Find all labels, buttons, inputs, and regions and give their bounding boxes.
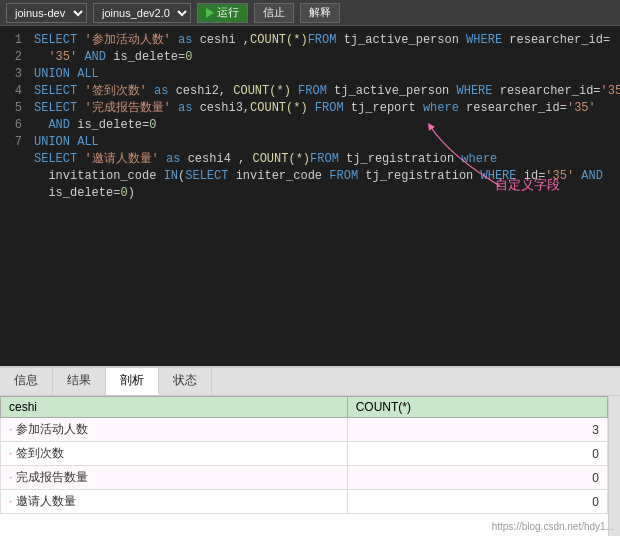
results-table-wrap[interactable]: ceshi COUNT(*) ·参加活动人数 3 ·签到次数: [0, 396, 608, 536]
explain-button[interactable]: 解释: [300, 3, 340, 23]
bottom-wrapper: ceshi COUNT(*) ·参加活动人数 3 ·签到次数: [0, 396, 620, 536]
scrollbar-right[interactable]: [608, 396, 620, 536]
toolbar: joinus-dev joinus_dev2.0 运行 信止 解释: [0, 0, 620, 26]
line-numbers: 1 2 3 4 5 6 7: [0, 26, 30, 366]
results-table: ceshi COUNT(*) ·参加活动人数 3 ·签到次数: [0, 396, 608, 514]
row4-col1: ·邀请人数量: [1, 490, 348, 514]
editor-wrapper: SELECT '参加活动人数' as ceshi ,COUNT(*)FROM t…: [30, 26, 620, 366]
row4-col2: 0: [347, 490, 607, 514]
run-label: 运行: [217, 5, 239, 20]
col-header-ceshi: ceshi: [1, 397, 348, 418]
tab-info[interactable]: 信息: [0, 368, 53, 395]
row3-col2: 0: [347, 466, 607, 490]
row1-col1: ·参加活动人数: [1, 418, 348, 442]
row2-col1: ·签到次数: [1, 442, 348, 466]
tab-profiling[interactable]: 剖析: [106, 368, 159, 395]
stop-button[interactable]: 信止: [254, 3, 294, 23]
tab-status[interactable]: 状态: [159, 368, 212, 395]
run-button[interactable]: 运行: [197, 3, 248, 23]
stop-label: 信止: [263, 5, 285, 20]
watermark: https://blog.csdn.net/hdy1...: [492, 521, 614, 532]
db2-select[interactable]: joinus_dev2.0: [93, 3, 191, 23]
tabs-bar: 信息 结果 剖析 状态: [0, 368, 620, 396]
row2-col2: 0: [347, 442, 607, 466]
tab-results[interactable]: 结果: [53, 368, 106, 395]
run-triangle-icon: [206, 8, 214, 18]
table-row: ·参加活动人数 3: [1, 418, 608, 442]
editor-area: 1 2 3 4 5 6 7 SELECT '参加活动人数' as ceshi ,…: [0, 26, 620, 366]
table-row: ·完成报告数量 0: [1, 466, 608, 490]
row3-col1: ·完成报告数量: [1, 466, 348, 490]
bottom-panel: 信息 结果 剖析 状态 ceshi COUNT(*) ·参加活动人数: [0, 366, 620, 536]
col-header-count: COUNT(*): [347, 397, 607, 418]
db1-select[interactable]: joinus-dev: [6, 3, 87, 23]
explain-label: 解释: [309, 5, 331, 20]
table-row: ·签到次数 0: [1, 442, 608, 466]
table-row: ·邀请人数量 0: [1, 490, 608, 514]
code-content[interactable]: SELECT '参加活动人数' as ceshi ,COUNT(*)FROM t…: [30, 26, 620, 208]
row1-col2: 3: [347, 418, 607, 442]
